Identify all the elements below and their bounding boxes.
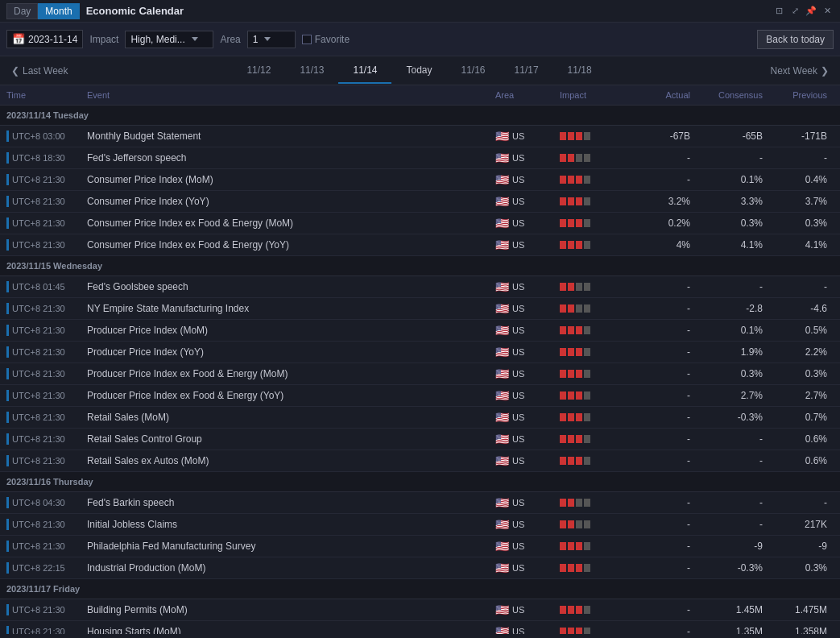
impact-bar-icon	[568, 435, 574, 443]
date-picker[interactable]: 📅 2023-11-14	[6, 30, 83, 48]
table-row[interactable]: UTC+8 21:30Producer Price Index ex Food …	[0, 363, 840, 385]
table-row[interactable]: UTC+8 21:30Producer Price Index (MoM)🇺🇸U…	[0, 320, 840, 342]
event-name: Retail Sales ex Autos (MoM)	[87, 455, 495, 466]
table-row[interactable]: UTC+8 18:30Fed's Jefferson speech🇺🇸US---	[0, 147, 840, 169]
tab-1112[interactable]: 11/12	[232, 58, 285, 84]
area-name: US	[512, 520, 524, 529]
table-row[interactable]: UTC+8 22:15Industrial Production (MoM)🇺🇸…	[0, 557, 840, 579]
impact-bar-icon	[568, 348, 574, 356]
toolbar: 📅 2023-11-14 Impact High, Medi... Area 1…	[0, 23, 840, 56]
table-row[interactable]: UTC+8 21:30Producer Price Index (YoY)🇺🇸U…	[0, 342, 840, 363]
impact-bar-icon	[568, 283, 574, 291]
consensus-value: -0.3%	[697, 562, 769, 574]
area-select[interactable]: 1	[247, 31, 296, 48]
next-week-nav[interactable]: Next Week ❯	[766, 62, 834, 80]
event-name: Retail Sales Control Group	[87, 433, 495, 445]
previous-value: -	[769, 497, 834, 508]
tab-1116[interactable]: 11/16	[447, 58, 500, 84]
consensus-value: 0.1%	[697, 325, 769, 336]
consensus-value: -2.8	[697, 303, 769, 314]
table-row[interactable]: UTC+8 21:30Housing Starts (MoM)🇺🇸US-1.35…	[0, 621, 840, 634]
area-cell: 🇺🇸US	[495, 302, 560, 315]
impact-bar-icon	[568, 219, 574, 227]
area-name: US	[512, 434, 524, 444]
impact-select[interactable]: High, Medi...	[125, 31, 213, 48]
section-header-2: 2023/11/16 Thursday	[0, 472, 840, 492]
maximize-icon[interactable]: ⤢	[788, 5, 801, 18]
table-row[interactable]: UTC+8 21:30Consumer Price Index (YoY)🇺🇸U…	[0, 191, 840, 213]
table-row[interactable]: UTC+8 21:30Building Permits (MoM)🇺🇸US-1.…	[0, 599, 840, 621]
impact-bar-icon	[560, 241, 566, 249]
table-row[interactable]: UTC+8 21:30Retail Sales (MoM)🇺🇸US--0.3%0…	[0, 407, 840, 429]
table-row[interactable]: UTC+8 04:30Fed's Barkin speech🇺🇸US---	[0, 492, 840, 514]
area-cell: 🇺🇸US	[495, 346, 560, 358]
impact-bar-icon	[568, 326, 574, 334]
impact-bar-icon	[576, 132, 582, 140]
table-row[interactable]: UTC+8 03:00Monthly Budget Statement🇺🇸US-…	[0, 126, 840, 147]
impact-cell	[560, 197, 632, 205]
area-cell: 🇺🇸US	[495, 540, 560, 553]
table-row[interactable]: UTC+8 21:30Initial Jobless Claims🇺🇸US--2…	[0, 514, 840, 536]
impact-bar-icon	[560, 326, 566, 334]
calendar-scroll-area[interactable]: 2023/11/14 TuesdayUTC+8 03:00Monthly Bud…	[0, 106, 840, 634]
row-indicator	[6, 497, 9, 508]
table-row[interactable]: UTC+8 01:45Fed's Goolsbee speech🇺🇸US---	[0, 276, 840, 298]
tab-day[interactable]: Day	[6, 3, 38, 19]
time-cell: UTC+8 01:45	[6, 281, 87, 292]
table-row[interactable]: UTC+8 21:30NY Empire State Manufacturing…	[0, 298, 840, 320]
chevron-down-icon	[192, 37, 198, 41]
flag-icon: 🇺🇸	[495, 367, 509, 380]
back-today-button[interactable]: Back to today	[757, 30, 834, 49]
event-name: Philadelphia Fed Manufacturing Survey	[87, 541, 495, 552]
impact-bar-icon	[576, 304, 582, 313]
event-name: Consumer Price Index (YoY)	[87, 196, 495, 207]
actual-value: 4%	[632, 239, 697, 251]
event-name: Fed's Barkin speech	[87, 497, 495, 508]
flag-icon: 🇺🇸	[495, 238, 509, 251]
impact-bar-icon	[584, 132, 590, 140]
previous-value: 0.3%	[769, 218, 834, 229]
favorite-checkbox[interactable]: Favorite	[302, 34, 350, 45]
table-row[interactable]: UTC+8 21:30Consumer Price Index ex Food …	[0, 213, 840, 234]
tab-today[interactable]: Today	[391, 58, 446, 84]
area-cell: 🇺🇸US	[495, 238, 560, 251]
last-week-nav[interactable]: ❮ Last Week	[6, 62, 72, 80]
impact-bar-icon	[568, 304, 574, 313]
pin-icon[interactable]: 📌	[805, 5, 817, 18]
tab-1114[interactable]: 11/14	[338, 58, 391, 84]
area-cell: 🇺🇸US	[495, 496, 560, 509]
tab-month[interactable]: Month	[38, 3, 79, 19]
impact-bar-icon	[576, 499, 582, 507]
row-indicator	[6, 541, 9, 552]
table-row[interactable]: UTC+8 21:30Retail Sales Control Group🇺🇸U…	[0, 429, 840, 450]
actual-value: 3.2%	[632, 196, 697, 207]
table-row[interactable]: UTC+8 21:30Producer Price Index ex Food …	[0, 385, 840, 407]
table-row[interactable]: UTC+8 21:30Consumer Price Index (MoM)🇺🇸U…	[0, 169, 840, 191]
impact-bar-icon	[568, 413, 574, 421]
event-name: Monthly Budget Statement	[87, 130, 495, 142]
tab-1117[interactable]: 11/17	[500, 58, 553, 84]
time-cell: UTC+8 04:30	[6, 497, 87, 508]
impact-cell	[560, 413, 632, 421]
row-indicator	[6, 239, 9, 251]
impact-bar-icon	[568, 132, 574, 140]
impact-bar-icon	[560, 197, 566, 205]
table-row[interactable]: UTC+8 21:30Retail Sales ex Autos (MoM)🇺🇸…	[0, 450, 840, 472]
area-name: US	[512, 325, 524, 335]
previous-value: -4.6	[769, 303, 834, 314]
previous-value: 0.3%	[769, 562, 834, 574]
previous-value: 0.3%	[769, 368, 834, 379]
flag-icon: 🇺🇸	[495, 130, 509, 143]
table-row[interactable]: UTC+8 21:30Philadelphia Fed Manufacturin…	[0, 536, 840, 557]
tab-1113[interactable]: 11/13	[285, 58, 338, 84]
time-cell: UTC+8 21:30	[6, 626, 87, 634]
event-name: Retail Sales (MoM)	[87, 412, 495, 423]
tab-1118[interactable]: 11/18	[553, 58, 606, 84]
actual-value: -	[632, 412, 697, 423]
impact-bar-icon	[560, 606, 566, 614]
restore-icon[interactable]: ⊡	[772, 5, 785, 18]
impact-bar-icon	[560, 628, 566, 634]
close-icon[interactable]: ✕	[821, 5, 834, 18]
table-row[interactable]: UTC+8 21:30Consumer Price Index ex Food …	[0, 234, 840, 256]
impact-bar-icon	[560, 132, 566, 140]
